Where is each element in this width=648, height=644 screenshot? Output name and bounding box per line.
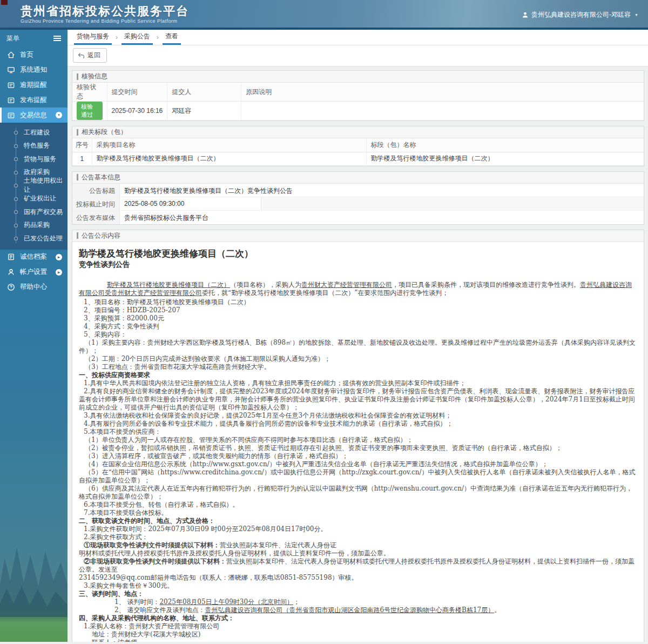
- doc-line: 2314592349@qq.com邮箱并电话告知（联系人：潘晓娜，联系电话085…: [79, 574, 637, 582]
- doc-line: （6）供应商及其法定代表人在近五年内有行贿犯罪行为的，行贿犯罪行为的认定以中国裁…: [79, 485, 637, 501]
- hamburger-icon[interactable]: [53, 34, 61, 43]
- breadcrumb-item-goods-services[interactable]: 货物与服务: [74, 30, 112, 45]
- chevron-right-circle-icon: ▶: [56, 269, 62, 276]
- doc-line: 二、获取竞谈文件的时间、地点、方式及价格：: [79, 517, 637, 525]
- doc-line: 7.本项目不接受联合体投标。: [79, 509, 637, 517]
- doc-line: （3）进入清算程序，或被宣告破产，或其他丧失履约能力的情形（自行承诺，格式自拟）…: [79, 452, 637, 460]
- monitor-icon: [7, 66, 15, 74]
- logo-mark: [1, 0, 8, 5]
- basic-info-section: 公告基本信息 公告标题 勤学楼及笃行楼地胶更换维修项目（二次）竞争性谈判公告 投…: [72, 171, 644, 225]
- menu-label: 菜单: [6, 34, 19, 43]
- sidebar: 菜单 首页 系统通知 逾期提醒 发布提醒 交易信息 ▼: [0, 30, 68, 642]
- sidebar-item-label: 帐户设置: [20, 267, 47, 277]
- breadcrumb: 货物与服务 › 采购公告 › 查看: [68, 30, 648, 45]
- sidebar-item-label: 发布提醒: [20, 96, 47, 105]
- column-header: 提交时间: [107, 83, 167, 102]
- doc-line: 四、采购人及采购代理机构的名称、地址、联系方式：: [79, 614, 637, 622]
- sidebar-subitem-mining-rights[interactable]: 矿业权出让: [0, 192, 68, 206]
- doc-line: 1、 谈判时间：2025年08月05日上午09时30分（北京时间）；: [79, 598, 637, 606]
- chevron-down-circle-icon: ▼: [56, 112, 62, 118]
- bid-deadline-value: 2025-08-05 09:30:00: [120, 197, 261, 210]
- list-card-icon: [7, 81, 15, 89]
- sidebar-submenu: 工程建设 特色服务 货物与服务 政府采购 土地使用权出让 矿业权出让 国有产权交…: [0, 123, 68, 250]
- doc-line: 6.本项目不接受分包、转包（自行承诺，格式自拟）。: [79, 501, 637, 509]
- doc-line: ①现场获取竞争性谈判文件时须提供以下材料：营业执照副本复印件、法定代表人身份证: [79, 541, 637, 549]
- sidebar-subitem-drug-procurement[interactable]: 药品采购: [0, 219, 68, 232]
- sidebar-item-overdue-reminder[interactable]: 逾期提醒: [0, 77, 68, 92]
- brand: 贵州省招标投标公共服务平台 GuiZhou Province Tendering…: [21, 4, 189, 24]
- doc-line: 1.具有中华人民共和国境内依法登记注册的独立法人资格，具有独立承担民事责任的能力…: [79, 379, 637, 387]
- sidebar-item-trade-info[interactable]: 交易信息 ▼: [0, 108, 68, 123]
- doc-line: 明材料或委托代理人持授权委托书原件及授权委托人身份证明材料，提供以上资料复印件一…: [79, 549, 637, 558]
- sidebar-item-system-notice[interactable]: 系统通知: [0, 62, 68, 77]
- sidebar-subitem-published-announcements[interactable]: 已发公告处理: [0, 232, 68, 245]
- breadcrumb-separator: ›: [153, 30, 163, 45]
- user-icon: [522, 11, 529, 18]
- sidebar-subitem-featured-services[interactable]: 特色服务: [0, 139, 68, 153]
- doc-line: 1.采购文件获取时间：2025年07月30日09 时00分至2025年08月04…: [79, 525, 637, 533]
- submit-time: 2025-07-30 16:16: [107, 102, 167, 120]
- sidebar-subitem-goods-services[interactable]: 货物与服务: [0, 152, 68, 166]
- sections-table: 序号 采购项目名称 标段（包）名称 1 勤学楼及笃行楼地胶更换维修项目（二次） …: [72, 138, 644, 166]
- doc-line: 1.采购人名称：贵州财大资产经营管理有限公司: [79, 622, 637, 630]
- document-title: 勤学楼及笃行楼地胶更换维修项目（二次）: [79, 247, 637, 259]
- platform-subtitle: GuiZhou Province Tendering and Bidding P…: [21, 18, 189, 24]
- form-row-deadline: 投标截止时间 2025-08-05 09:30:00: [72, 197, 644, 211]
- question-circle-icon: [7, 283, 15, 291]
- status-badge: 核验通过: [77, 102, 103, 120]
- sidebar-item-label: 交易信息: [20, 111, 47, 120]
- doc-line: （2）工期：20个日历日内完成并达到验收要求（具体施工期限以采购人通知为准）；: [79, 355, 637, 363]
- breadcrumb-item-procurement-announcement[interactable]: 采购公告: [122, 30, 153, 45]
- column-header: 标段（包）名称: [366, 138, 644, 152]
- publish-media-value: 贵州省招标投标公共服务平台: [120, 211, 644, 224]
- sidebar-subitem-land-use-rights[interactable]: 土地使用权出让: [0, 179, 68, 192]
- verify-section: 核验信息 核验状态 提交时间 提交人 原因说明 核验通过 2025-07-30 …: [72, 70, 644, 121]
- doc-line: 4、采购方式：竞争性谈判: [79, 323, 637, 331]
- column-header: 序号: [72, 138, 92, 152]
- package-name: 勤学楼及笃行楼地胶更换维修项目（二次）: [366, 152, 644, 165]
- doc-line: ②非现场获取竞争性谈判文件时须提供以下材料：营业执照副本复印件、法定代表人身份证…: [79, 558, 637, 574]
- list-card-icon: [7, 96, 15, 104]
- doc-line: 4.具有履行合同所必备的设备和专业技术能力，提供具备履行合同所必需的设备和专业技…: [79, 420, 637, 428]
- sidebar-item-publish-reminder[interactable]: 发布提醒: [0, 92, 68, 108]
- person-icon: [7, 268, 15, 276]
- verify-table: 核验状态 提交时间 提交人 原因说明 核验通过 2025-07-30 16:16…: [72, 83, 644, 120]
- table-row: 核验通过 2025-07-30 16:16 邓廷容: [72, 102, 644, 120]
- section-title-content: 公告公示内容: [72, 230, 644, 242]
- field-label: 投标截止时间: [72, 197, 120, 210]
- menu-header: 菜单: [0, 30, 68, 47]
- sidebar-subitem-state-property[interactable]: 国有产权交易: [0, 205, 68, 219]
- doc-line: 3.采购文件每套售价￥300元。: [79, 582, 637, 590]
- doc-line: 三、谈判时间、地点：: [79, 590, 637, 598]
- doc-line: （4）在国家企业信用信息公示系统（http://www.gsxt.gov.cn/…: [79, 460, 637, 468]
- sidebar-landscape-image: [0, 325, 68, 642]
- user-menu[interactable]: 贵州弘典建设咨询有限公司-邓廷容 ▼: [522, 0, 638, 30]
- doc-line: 3、采购预算：82000.00元: [79, 314, 637, 323]
- sidebar-item-help-center[interactable]: 帮助中心: [0, 280, 68, 295]
- column-header: 原因说明: [241, 83, 644, 102]
- related-sections: 相关标段（包） 序号 采购项目名称 标段（包）名称 1 勤学楼及笃行楼地胶更换维…: [72, 126, 644, 166]
- content-area: 核验信息 核验状态 提交时间 提交人 原因说明 核验通过 2025-07-30 …: [68, 66, 648, 642]
- sidebar-item-label: 帮助中心: [20, 283, 47, 292]
- form-row-title: 公告标题 勤学楼及笃行楼地胶更换维修项目（二次）竞争性谈判公告: [72, 184, 644, 197]
- sidebar-subitem-project-construction[interactable]: 工程建设: [0, 126, 68, 139]
- doc-line: 2.采购文件获取方式：: [79, 533, 637, 541]
- submitter: 邓廷容: [167, 102, 241, 120]
- field-label: 公告标题: [72, 184, 120, 197]
- section-title-related: 相关标段（包）: [72, 126, 644, 138]
- main-content: 货物与服务 › 采购公告 › 查看 返回 核验信息 核验状态: [68, 30, 648, 642]
- breadcrumb-item-view[interactable]: 查看: [163, 30, 181, 45]
- column-header: 提交人: [167, 83, 241, 102]
- sidebar-item-home[interactable]: 首页: [0, 47, 68, 62]
- sidebar-item-account-settings[interactable]: 帐户设置 ▶: [0, 265, 68, 280]
- sidebar-item-label: 诚信档案: [20, 252, 47, 261]
- document-icon: [7, 253, 15, 261]
- sidebar-item-credit-archive[interactable]: 诚信档案 ▶: [0, 250, 68, 265]
- sidebar-item-label: 首页: [20, 50, 33, 59]
- back-button[interactable]: 返回: [73, 48, 107, 63]
- document-body: 勤学楼及笃行楼地胶更换维修项目（二次）（项目名称），采购人为贵州财大资产经营管理…: [79, 281, 637, 642]
- document-subtitle: 竞争性谈判公告: [79, 259, 637, 269]
- section-title-verify: 核验信息: [72, 71, 644, 83]
- toolbar: 返回: [68, 45, 648, 66]
- section-title-basic: 公告基本信息: [72, 172, 644, 184]
